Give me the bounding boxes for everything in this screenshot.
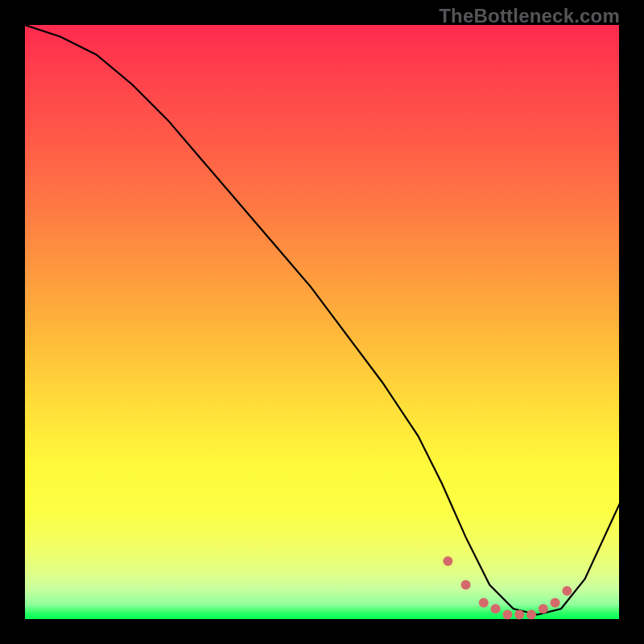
- highlight-dot: [562, 586, 572, 596]
- highlight-dot: [526, 610, 536, 620]
- highlight-dot: [551, 598, 560, 608]
- highlight-dot: [539, 604, 548, 613]
- chart-frame: TheBottleneck.com: [0, 0, 644, 644]
- highlight-dot: [461, 580, 471, 590]
- curve-line: [25, 25, 621, 615]
- highlight-dot: [491, 604, 501, 613]
- chart-svg: [25, 25, 621, 621]
- highlight-dot: [479, 598, 489, 608]
- highlight-dot: [443, 556, 452, 566]
- highlight-dot: [514, 610, 524, 620]
- highlight-dot: [502, 610, 512, 620]
- plot-area: [24, 24, 620, 620]
